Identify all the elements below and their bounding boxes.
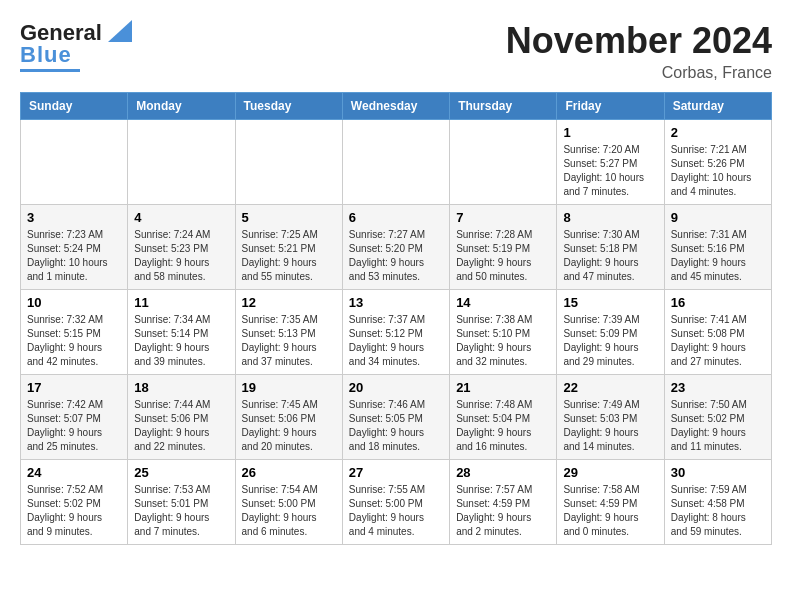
calendar-week-row: 3Sunrise: 7:23 AM Sunset: 5:24 PM Daylig… (21, 205, 772, 290)
calendar-cell: 10Sunrise: 7:32 AM Sunset: 5:15 PM Dayli… (21, 290, 128, 375)
weekday-header: Thursday (450, 93, 557, 120)
day-number: 19 (242, 380, 336, 395)
calendar-cell: 28Sunrise: 7:57 AM Sunset: 4:59 PM Dayli… (450, 460, 557, 545)
calendar-cell (235, 120, 342, 205)
day-info: Sunrise: 7:45 AM Sunset: 5:06 PM Dayligh… (242, 398, 336, 454)
day-info: Sunrise: 7:27 AM Sunset: 5:20 PM Dayligh… (349, 228, 443, 284)
calendar-cell: 17Sunrise: 7:42 AM Sunset: 5:07 PM Dayli… (21, 375, 128, 460)
calendar-week-row: 1Sunrise: 7:20 AM Sunset: 5:27 PM Daylig… (21, 120, 772, 205)
logo-underline (20, 69, 80, 72)
calendar-cell: 5Sunrise: 7:25 AM Sunset: 5:21 PM Daylig… (235, 205, 342, 290)
day-number: 12 (242, 295, 336, 310)
day-info: Sunrise: 7:32 AM Sunset: 5:15 PM Dayligh… (27, 313, 121, 369)
calendar-cell: 29Sunrise: 7:58 AM Sunset: 4:59 PM Dayli… (557, 460, 664, 545)
day-number: 1 (563, 125, 657, 140)
day-info: Sunrise: 7:55 AM Sunset: 5:00 PM Dayligh… (349, 483, 443, 539)
day-info: Sunrise: 7:35 AM Sunset: 5:13 PM Dayligh… (242, 313, 336, 369)
day-number: 25 (134, 465, 228, 480)
day-info: Sunrise: 7:23 AM Sunset: 5:24 PM Dayligh… (27, 228, 121, 284)
calendar-cell: 26Sunrise: 7:54 AM Sunset: 5:00 PM Dayli… (235, 460, 342, 545)
day-number: 20 (349, 380, 443, 395)
day-info: Sunrise: 7:42 AM Sunset: 5:07 PM Dayligh… (27, 398, 121, 454)
calendar-cell: 15Sunrise: 7:39 AM Sunset: 5:09 PM Dayli… (557, 290, 664, 375)
day-number: 13 (349, 295, 443, 310)
day-info: Sunrise: 7:54 AM Sunset: 5:00 PM Dayligh… (242, 483, 336, 539)
calendar-cell: 2Sunrise: 7:21 AM Sunset: 5:26 PM Daylig… (664, 120, 771, 205)
calendar-cell: 18Sunrise: 7:44 AM Sunset: 5:06 PM Dayli… (128, 375, 235, 460)
day-number: 2 (671, 125, 765, 140)
calendar-cell: 6Sunrise: 7:27 AM Sunset: 5:20 PM Daylig… (342, 205, 449, 290)
day-info: Sunrise: 7:52 AM Sunset: 5:02 PM Dayligh… (27, 483, 121, 539)
day-number: 9 (671, 210, 765, 225)
svg-marker-0 (108, 20, 132, 42)
day-info: Sunrise: 7:58 AM Sunset: 4:59 PM Dayligh… (563, 483, 657, 539)
calendar-body: 1Sunrise: 7:20 AM Sunset: 5:27 PM Daylig… (21, 120, 772, 545)
calendar-cell: 3Sunrise: 7:23 AM Sunset: 5:24 PM Daylig… (21, 205, 128, 290)
day-number: 21 (456, 380, 550, 395)
calendar-cell: 27Sunrise: 7:55 AM Sunset: 5:00 PM Dayli… (342, 460, 449, 545)
day-number: 18 (134, 380, 228, 395)
day-info: Sunrise: 7:39 AM Sunset: 5:09 PM Dayligh… (563, 313, 657, 369)
calendar-cell: 8Sunrise: 7:30 AM Sunset: 5:18 PM Daylig… (557, 205, 664, 290)
day-info: Sunrise: 7:53 AM Sunset: 5:01 PM Dayligh… (134, 483, 228, 539)
calendar-cell: 23Sunrise: 7:50 AM Sunset: 5:02 PM Dayli… (664, 375, 771, 460)
day-info: Sunrise: 7:25 AM Sunset: 5:21 PM Dayligh… (242, 228, 336, 284)
day-info: Sunrise: 7:37 AM Sunset: 5:12 PM Dayligh… (349, 313, 443, 369)
day-info: Sunrise: 7:46 AM Sunset: 5:05 PM Dayligh… (349, 398, 443, 454)
day-number: 27 (349, 465, 443, 480)
calendar-cell (21, 120, 128, 205)
day-info: Sunrise: 7:59 AM Sunset: 4:58 PM Dayligh… (671, 483, 765, 539)
day-number: 26 (242, 465, 336, 480)
calendar-cell: 19Sunrise: 7:45 AM Sunset: 5:06 PM Dayli… (235, 375, 342, 460)
day-info: Sunrise: 7:31 AM Sunset: 5:16 PM Dayligh… (671, 228, 765, 284)
title-block: November 2024 Corbas, France (506, 20, 772, 82)
day-info: Sunrise: 7:21 AM Sunset: 5:26 PM Dayligh… (671, 143, 765, 199)
calendar-cell: 21Sunrise: 7:48 AM Sunset: 5:04 PM Dayli… (450, 375, 557, 460)
calendar-week-row: 17Sunrise: 7:42 AM Sunset: 5:07 PM Dayli… (21, 375, 772, 460)
weekday-header: Friday (557, 93, 664, 120)
calendar-cell: 14Sunrise: 7:38 AM Sunset: 5:10 PM Dayli… (450, 290, 557, 375)
day-info: Sunrise: 7:20 AM Sunset: 5:27 PM Dayligh… (563, 143, 657, 199)
day-number: 8 (563, 210, 657, 225)
day-number: 5 (242, 210, 336, 225)
day-number: 30 (671, 465, 765, 480)
calendar-cell: 9Sunrise: 7:31 AM Sunset: 5:16 PM Daylig… (664, 205, 771, 290)
calendar-header-row: SundayMondayTuesdayWednesdayThursdayFrid… (21, 93, 772, 120)
weekday-header: Saturday (664, 93, 771, 120)
logo-arrow-icon (104, 20, 132, 42)
calendar-week-row: 10Sunrise: 7:32 AM Sunset: 5:15 PM Dayli… (21, 290, 772, 375)
day-info: Sunrise: 7:41 AM Sunset: 5:08 PM Dayligh… (671, 313, 765, 369)
calendar-cell (450, 120, 557, 205)
location: Corbas, France (506, 64, 772, 82)
day-number: 29 (563, 465, 657, 480)
calendar-cell: 13Sunrise: 7:37 AM Sunset: 5:12 PM Dayli… (342, 290, 449, 375)
calendar-table: SundayMondayTuesdayWednesdayThursdayFrid… (20, 92, 772, 545)
calendar-cell: 22Sunrise: 7:49 AM Sunset: 5:03 PM Dayli… (557, 375, 664, 460)
calendar-cell: 11Sunrise: 7:34 AM Sunset: 5:14 PM Dayli… (128, 290, 235, 375)
calendar-week-row: 24Sunrise: 7:52 AM Sunset: 5:02 PM Dayli… (21, 460, 772, 545)
day-info: Sunrise: 7:57 AM Sunset: 4:59 PM Dayligh… (456, 483, 550, 539)
day-number: 14 (456, 295, 550, 310)
calendar-cell: 1Sunrise: 7:20 AM Sunset: 5:27 PM Daylig… (557, 120, 664, 205)
calendar-cell: 4Sunrise: 7:24 AM Sunset: 5:23 PM Daylig… (128, 205, 235, 290)
day-number: 4 (134, 210, 228, 225)
day-number: 23 (671, 380, 765, 395)
day-info: Sunrise: 7:34 AM Sunset: 5:14 PM Dayligh… (134, 313, 228, 369)
calendar-cell: 12Sunrise: 7:35 AM Sunset: 5:13 PM Dayli… (235, 290, 342, 375)
logo-blue: Blue (20, 42, 72, 68)
calendar-cell: 7Sunrise: 7:28 AM Sunset: 5:19 PM Daylig… (450, 205, 557, 290)
day-info: Sunrise: 7:48 AM Sunset: 5:04 PM Dayligh… (456, 398, 550, 454)
day-number: 7 (456, 210, 550, 225)
day-number: 6 (349, 210, 443, 225)
month-title: November 2024 (506, 20, 772, 62)
day-number: 17 (27, 380, 121, 395)
day-info: Sunrise: 7:38 AM Sunset: 5:10 PM Dayligh… (456, 313, 550, 369)
day-number: 28 (456, 465, 550, 480)
calendar-cell: 24Sunrise: 7:52 AM Sunset: 5:02 PM Dayli… (21, 460, 128, 545)
day-number: 11 (134, 295, 228, 310)
page-header: General Blue November 2024 Corbas, Franc… (20, 20, 772, 82)
day-info: Sunrise: 7:50 AM Sunset: 5:02 PM Dayligh… (671, 398, 765, 454)
weekday-header: Sunday (21, 93, 128, 120)
day-number: 15 (563, 295, 657, 310)
weekday-header: Wednesday (342, 93, 449, 120)
